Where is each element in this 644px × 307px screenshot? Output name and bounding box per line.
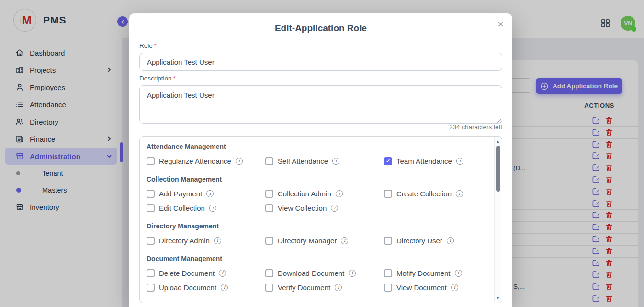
info-icon[interactable] — [236, 158, 243, 165]
checkbox[interactable] — [265, 204, 273, 212]
info-icon[interactable] — [336, 190, 343, 197]
permission-item[interactable]: Upload Document — [147, 282, 265, 293]
info-icon[interactable] — [456, 190, 463, 197]
permission-item[interactable]: Directory Manager — [265, 235, 384, 246]
checkbox[interactable] — [147, 284, 155, 292]
scroll-down-arrow-icon[interactable]: ▼ — [495, 296, 501, 300]
info-icon[interactable] — [335, 284, 342, 291]
checkbox-label: Mofify Document — [396, 269, 451, 277]
permission-item[interactable]: Collection Admin — [265, 188, 384, 199]
checkbox[interactable] — [384, 269, 392, 277]
info-icon[interactable] — [331, 205, 338, 212]
checkbox[interactable] — [147, 157, 155, 165]
checkbox-label: Directory Manager — [278, 237, 337, 245]
permission-item[interactable]: Edit Collection — [147, 202, 265, 214]
permission-item[interactable]: Self Attendance — [265, 155, 384, 167]
permission-item[interactable]: View Collection — [265, 202, 384, 214]
checkbox-label: View Collection — [278, 204, 327, 212]
info-icon[interactable] — [206, 190, 214, 197]
checkbox[interactable] — [147, 237, 155, 245]
description-textarea[interactable] — [139, 85, 502, 124]
checkbox-label: Directory Admin — [159, 237, 210, 245]
section-title: Collection Management — [147, 175, 491, 185]
required-asterisk: * — [154, 42, 157, 49]
checkbox-label: Team Attendance — [396, 157, 452, 165]
role-input[interactable] — [139, 53, 502, 71]
permission-section-attendance: Attendance Management Regularize Attenda… — [147, 143, 491, 167]
section-title: Document Management — [147, 255, 491, 264]
permission-item[interactable]: Team Attendance — [384, 155, 491, 167]
section-title: Attendance Management — [147, 143, 491, 152]
info-icon[interactable] — [219, 270, 226, 277]
checkbox[interactable] — [265, 269, 273, 277]
info-icon[interactable] — [209, 205, 216, 212]
checkbox-label: Directory User — [396, 237, 442, 245]
info-icon[interactable] — [447, 237, 454, 244]
section-items: Directory Admin Directory Manager — [147, 235, 491, 246]
permissions-scrollbar[interactable]: ▲ ▼ — [494, 137, 501, 302]
checkbox[interactable] — [147, 190, 155, 198]
checkbox-label: View Document — [396, 284, 447, 292]
info-icon[interactable] — [455, 270, 462, 277]
required-asterisk: * — [173, 75, 176, 82]
info-icon[interactable] — [456, 158, 463, 165]
section-title: Directory Management — [147, 222, 491, 232]
permission-item[interactable]: Create Collection — [384, 188, 491, 199]
permission-item[interactable]: Add Payment — [147, 188, 265, 199]
checkbox[interactable] — [147, 269, 155, 277]
checkbox-label: Upload Document — [159, 284, 216, 292]
permission-item[interactable]: Verify Document — [265, 282, 384, 293]
characters-left-counter: 234 characters left — [449, 124, 502, 131]
checkbox-label: Add Payment — [159, 190, 202, 198]
section-items: Add Payment Collection Admin — [147, 188, 491, 214]
info-icon[interactable] — [332, 158, 339, 165]
permission-section-collection: Collection Management Add Payment — [147, 167, 491, 214]
info-icon[interactable] — [451, 284, 458, 291]
checkbox-label: Download Document — [278, 269, 344, 277]
checkbox-label: Regularize Attendance — [159, 157, 231, 165]
permission-item[interactable]: Mofify Document — [384, 267, 491, 279]
checkbox-label: Edit Collection — [159, 204, 205, 212]
permission-item[interactable]: Directory User — [384, 235, 491, 246]
info-icon[interactable] — [349, 270, 356, 277]
permission-item[interactable]: View Document — [384, 282, 491, 293]
checkbox[interactable] — [384, 284, 392, 292]
checkbox-label: Self Attendance — [278, 157, 328, 165]
checkbox[interactable] — [384, 237, 392, 245]
checkbox[interactable] — [265, 284, 273, 292]
checkbox[interactable] — [147, 204, 155, 212]
permission-section-document: Document Management Delete Document — [147, 246, 491, 293]
section-items: Delete Document Download Document — [147, 267, 491, 293]
permission-item[interactable]: Download Document — [265, 267, 384, 279]
checkbox[interactable] — [384, 157, 392, 165]
application-window: ⋮ M PMS Dashboard Projects Employees Att… — [0, 0, 644, 307]
permissions-panel: Attendance Management Regularize Attenda… — [139, 136, 502, 303]
checkbox[interactable] — [265, 237, 273, 245]
checkbox[interactable] — [265, 190, 273, 198]
scrollbar-thumb[interactable] — [496, 146, 500, 192]
checkbox-label: Create Collection — [396, 190, 452, 198]
checkbox-label: Delete Document — [159, 269, 215, 277]
info-icon[interactable] — [214, 237, 221, 244]
permissions-list: Attendance Management Regularize Attenda… — [147, 137, 491, 303]
info-icon[interactable] — [221, 284, 228, 291]
scroll-up-arrow-icon[interactable]: ▲ — [495, 139, 501, 144]
section-items: Regularize Attendance Self Attendance — [147, 155, 491, 167]
checkbox-label: Collection Admin — [278, 190, 331, 198]
modal-title: Edit-Application Role — [129, 23, 512, 34]
checkbox[interactable] — [265, 157, 273, 165]
checkbox-label: Verify Document — [278, 284, 330, 292]
permission-section-directory: Directory Management Directory Admin — [147, 214, 491, 246]
close-icon[interactable]: × — [496, 17, 506, 32]
permission-item[interactable]: Regularize Attendance — [147, 155, 265, 167]
checkbox[interactable] — [384, 190, 392, 198]
description-field-label: Description* — [139, 75, 176, 82]
edit-application-role-modal: Edit-Application Role × Role* Descriptio… — [129, 13, 512, 307]
permission-item[interactable]: Delete Document — [147, 267, 265, 279]
info-icon[interactable] — [341, 237, 348, 244]
permission-item[interactable]: Directory Admin — [147, 235, 265, 246]
role-field-label: Role* — [139, 42, 157, 49]
